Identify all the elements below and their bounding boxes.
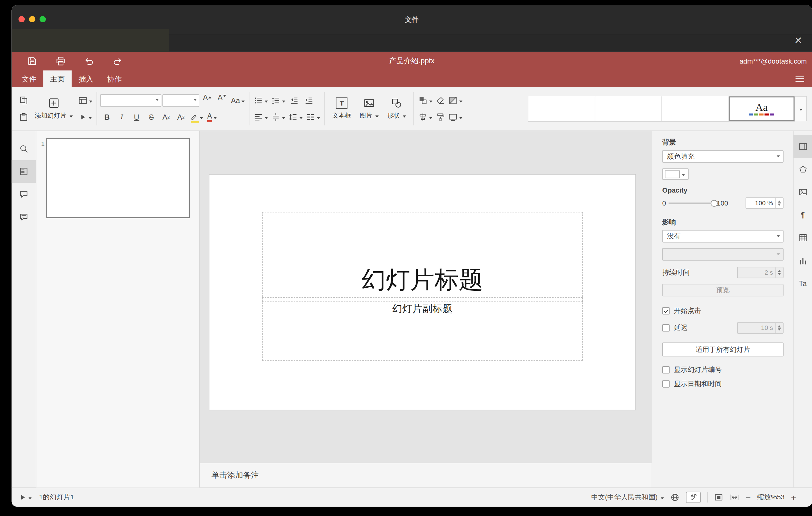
redo-button[interactable] [111, 54, 124, 68]
show-date-time-row[interactable]: 显示日期和时间 [662, 379, 784, 389]
background-fill-select[interactable]: 颜色填充 [662, 150, 784, 163]
italic-button[interactable]: I [115, 111, 129, 124]
vertical-align-icon [271, 112, 281, 122]
align-shapes-button[interactable] [417, 111, 433, 124]
language-selector[interactable]: 中文(中华人民共和国) [591, 492, 664, 502]
subtitle-placeholder[interactable]: 幻灯片副标题 [262, 297, 582, 361]
apply-to-all-slides-button[interactable]: 适用于所有幻灯片 [662, 343, 784, 356]
start-slideshow-status-button[interactable] [19, 493, 32, 501]
sidebar-item-slides[interactable] [12, 160, 36, 183]
font-name-combo[interactable] [100, 94, 161, 107]
theme-option-1[interactable] [528, 96, 595, 121]
hamburger-menu-button[interactable] [794, 73, 806, 85]
arrange-shapes-button[interactable] [417, 94, 433, 107]
font-color-button[interactable]: A [205, 111, 219, 124]
tab-file[interactable]: 文件 [15, 70, 43, 87]
show-slide-number-checkbox[interactable] [662, 366, 670, 374]
superscript-button[interactable]: A2 [159, 111, 173, 124]
spellcheck-button[interactable] [686, 492, 701, 503]
subscript-button[interactable]: A2 [174, 111, 187, 124]
copy-button[interactable] [17, 94, 31, 107]
columns-button[interactable] [305, 111, 321, 124]
color-scheme-button[interactable] [447, 94, 464, 107]
insert-textbox-button[interactable]: T 文本框 [328, 90, 355, 127]
effect-select[interactable]: 没有 [662, 230, 784, 242]
bullets-button[interactable] [253, 94, 269, 107]
theme-option-3[interactable] [662, 96, 728, 121]
show-date-time-checkbox[interactable] [662, 380, 670, 388]
opacity-slider[interactable] [669, 202, 714, 204]
increase-indent-button[interactable] [302, 94, 316, 107]
start-slideshow-button[interactable] [77, 111, 93, 124]
slide-canvas[interactable]: 幻灯片标题 幻灯片副标题 [209, 174, 636, 410]
delay-input[interactable]: 10 s [737, 322, 783, 334]
slide-layout-button[interactable] [77, 94, 93, 107]
fill-color-select[interactable] [662, 169, 689, 180]
slide-size-button[interactable] [447, 111, 464, 124]
document-language-button[interactable] [670, 492, 680, 502]
theme-option-2[interactable] [595, 96, 662, 121]
underline-button[interactable]: U [129, 111, 143, 124]
line-spacing-button[interactable] [288, 111, 304, 124]
undo-button[interactable] [82, 54, 96, 68]
paste-button[interactable] [17, 111, 31, 124]
copy-style-button[interactable] [433, 111, 447, 124]
tab-collaboration[interactable]: 协作 [100, 70, 129, 87]
sidebar-item-search[interactable] [12, 137, 36, 160]
vertical-align-button[interactable] [270, 111, 286, 124]
zoom-in-button[interactable]: + [791, 493, 796, 502]
panel-tab-shape-settings[interactable] [793, 158, 812, 181]
slide-tools-group [77, 94, 93, 124]
sidebar-item-chat[interactable] [12, 205, 36, 228]
slide-thumbnail[interactable] [46, 138, 190, 218]
panel-tab-textart-settings[interactable]: Ta [793, 272, 812, 295]
show-slide-number-row[interactable]: 显示幻灯片编号 [662, 365, 784, 374]
start-on-click-row[interactable]: 开始点击 [662, 306, 784, 315]
tab-home[interactable]: 主页 [43, 70, 71, 87]
panel-tab-table-settings[interactable] [793, 227, 812, 249]
clear-style-button[interactable] [433, 94, 447, 107]
panel-tab-slide-settings[interactable] [793, 135, 812, 158]
decrease-font-button[interactable]: A [215, 94, 229, 107]
panel-tab-image-settings[interactable] [793, 181, 812, 204]
close-icon[interactable]: × [791, 33, 806, 48]
panel-tab-paragraph-settings[interactable]: ¶ [793, 204, 812, 227]
panel-tab-chart-settings[interactable] [793, 249, 812, 272]
increase-font-button[interactable]: A [200, 94, 214, 107]
start-on-click-checkbox[interactable] [662, 307, 670, 314]
insert-image-button[interactable]: 图片 [355, 90, 383, 127]
theme-gallery-expand-button[interactable] [795, 96, 807, 121]
add-slide-button[interactable]: 添加幻灯片 [31, 90, 77, 127]
effect-type-select[interactable] [662, 248, 784, 260]
theme-option-selected[interactable]: Aa [728, 96, 794, 121]
save-button[interactable] [25, 54, 39, 68]
delay-spinner[interactable] [775, 323, 783, 333]
delay-checkbox[interactable] [662, 324, 670, 332]
preview-button[interactable]: 预览 [662, 284, 784, 296]
horizontal-align-button[interactable] [253, 111, 269, 124]
duration-spinner[interactable] [775, 267, 783, 278]
numbering-button[interactable] [270, 94, 286, 107]
change-case-button[interactable]: Aa [230, 94, 245, 107]
zoom-out-button[interactable]: − [746, 493, 751, 502]
opacity-spinner[interactable] [775, 198, 783, 208]
font-size-combo[interactable] [162, 94, 199, 107]
show-slide-number-label: 显示幻灯片编号 [674, 365, 722, 374]
highlight-color-button[interactable] [189, 111, 204, 124]
print-button[interactable] [54, 54, 67, 68]
decrease-indent-button[interactable] [288, 94, 301, 107]
bold-button[interactable]: B [100, 111, 114, 124]
editor-main: 幻灯片标题 幻灯片副标题 单击添加备注 [200, 131, 652, 488]
tab-insert[interactable]: 插入 [71, 70, 100, 87]
sidebar-item-comments[interactable] [12, 183, 36, 206]
fit-to-slide-button[interactable] [714, 492, 723, 502]
notes-area[interactable]: 单击添加备注 [200, 463, 652, 488]
duration-input[interactable]: 2 s [737, 267, 783, 278]
fit-to-width-button[interactable] [730, 492, 740, 502]
opacity-input[interactable]: 100 % [746, 198, 784, 209]
insert-shape-button[interactable]: 形状 [383, 90, 410, 127]
globe-icon [670, 492, 680, 502]
title-placeholder[interactable]: 幻灯片标题 [262, 212, 582, 302]
strikethrough-button[interactable]: S [144, 111, 158, 124]
add-slide-label: 添加幻灯片 [35, 111, 67, 120]
